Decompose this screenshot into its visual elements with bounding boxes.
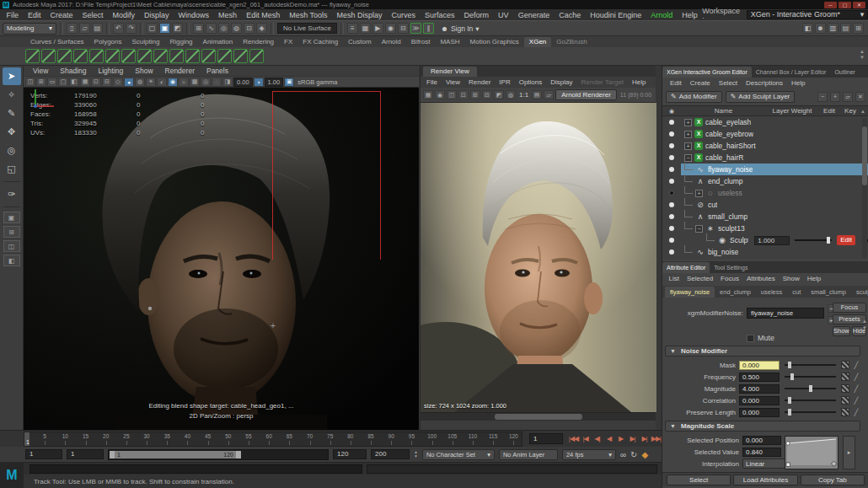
shelf-scroll-arrows[interactable]: ▲▼ bbox=[860, 49, 865, 60]
range-start-handle[interactable] bbox=[110, 451, 115, 459]
viewport-menu-lighting[interactable]: Lighting bbox=[92, 67, 129, 75]
xgen-freeze-tool-icon[interactable] bbox=[153, 49, 168, 63]
sign-in-button[interactable]: ☻ Sign In ▾ bbox=[441, 24, 480, 33]
play-forwards-icon[interactable]: ▶ bbox=[615, 433, 626, 444]
field-chart-icon[interactable]: ▦ bbox=[80, 78, 90, 87]
tree-row-content[interactable]: ∧end_clump bbox=[681, 175, 868, 187]
new-scene-icon[interactable]: ▯ bbox=[67, 23, 78, 34]
step-back-frame-icon[interactable]: ◀| bbox=[592, 433, 603, 444]
attr-menu-list[interactable]: List bbox=[665, 275, 683, 282]
xgen-snap-tool-icon[interactable] bbox=[73, 49, 88, 63]
visibility-cell[interactable] bbox=[662, 179, 681, 184]
snap-curve-icon[interactable]: ∿ bbox=[206, 23, 217, 34]
selected-value-field[interactable]: 0.840 bbox=[742, 448, 781, 457]
shelf-tab-bifrost[interactable]: Bifrost bbox=[406, 37, 436, 47]
isolate-select-icon[interactable]: ◌ bbox=[212, 78, 222, 87]
groom-menu-select[interactable]: Select bbox=[715, 79, 742, 87]
attr-menu-focus[interactable]: Focus bbox=[717, 275, 743, 282]
tree-row-cut[interactable]: ⊘cut bbox=[662, 199, 868, 211]
tree-row-cable-hairr[interactable]: −Xcable_hairR bbox=[662, 152, 868, 164]
multisample-aa-icon[interactable]: ▩ bbox=[190, 78, 200, 87]
tree-row-content[interactable]: ∿flyaway_noise bbox=[681, 164, 868, 175]
menu-set-dropdown[interactable]: Modeling ▾ bbox=[3, 23, 56, 35]
render-region-icon[interactable]: ⊡ bbox=[458, 90, 469, 99]
show-button[interactable]: Show bbox=[833, 326, 850, 336]
menu-mesh[interactable]: Mesh bbox=[214, 11, 242, 19]
paint-select-tool[interactable]: ✎ bbox=[3, 105, 21, 122]
visibility-cell[interactable] bbox=[662, 143, 681, 148]
texture-map-icon[interactable] bbox=[841, 408, 849, 416]
edit-button[interactable]: Edit bbox=[837, 235, 855, 245]
shelf-tab-fx[interactable]: FX bbox=[279, 37, 297, 47]
live-surface-field[interactable]: No Live Surface bbox=[277, 23, 337, 34]
menu-create[interactable]: Create bbox=[46, 11, 78, 19]
texture-map-icon[interactable] bbox=[841, 384, 849, 393]
shelf-tab-rendering[interactable]: Rendering bbox=[238, 37, 279, 47]
ramp-expand-button[interactable]: ▸ bbox=[843, 436, 855, 469]
render-view-tab[interactable]: Render View bbox=[423, 67, 477, 77]
select-tool[interactable]: ➤ bbox=[3, 67, 21, 85]
gamma-field[interactable]: 1.00 bbox=[265, 78, 284, 87]
node-name-field[interactable]: flyaway_noise bbox=[747, 308, 824, 319]
param-value-field[interactable]: 4.000 bbox=[739, 384, 780, 394]
shelf-tab-gozbrush[interactable]: GoZBrush bbox=[551, 37, 592, 47]
play-backwards-icon[interactable]: ◀ bbox=[603, 433, 614, 444]
node-tab-cut[interactable]: cut bbox=[787, 287, 806, 298]
tree-row-content[interactable]: ∿big_noise bbox=[681, 246, 868, 258]
exposure-field[interactable]: 0.00 bbox=[233, 78, 253, 87]
film-gate-icon[interactable]: ▭ bbox=[47, 78, 57, 87]
viewport-menu-view[interactable]: View bbox=[27, 67, 54, 75]
node-tab-flyaway-noise[interactable]: flyaway_noise bbox=[665, 287, 715, 298]
menu-modify[interactable]: Modify bbox=[108, 11, 140, 19]
keyable-icon[interactable]: ╱ bbox=[852, 397, 860, 405]
select-component-icon[interactable]: ◩ bbox=[172, 23, 183, 34]
shadows-toggle-icon[interactable]: ◐ bbox=[157, 78, 167, 87]
range-end-handle[interactable] bbox=[236, 451, 241, 459]
visibility-dot[interactable] bbox=[669, 179, 674, 184]
undo-icon[interactable]: ↶ bbox=[113, 23, 124, 34]
viewport-menu-panels[interactable]: Panels bbox=[201, 67, 234, 75]
save-scene-icon[interactable]: ▤ bbox=[92, 23, 103, 34]
xgen-mirror-tool-icon[interactable] bbox=[249, 49, 264, 63]
time-ruler[interactable]: 1 51015202530354045505560657075808590951… bbox=[24, 432, 522, 447]
render-view-hscrollbar[interactable] bbox=[421, 412, 656, 421]
tree-row-sculpt-layer-1[interactable]: ◉Sculpt Layer 11.000Edit bbox=[662, 234, 868, 246]
visibility-cell[interactable] bbox=[662, 155, 681, 160]
menu-edit-mesh[interactable]: Edit Mesh bbox=[242, 11, 285, 19]
tree-row-content[interactable]: ◉Sculpt Layer 11.000Edit bbox=[681, 234, 868, 246]
visibility-dot[interactable] bbox=[669, 167, 674, 172]
expand-all-icon[interactable]: + bbox=[830, 92, 840, 102]
tree-row-content[interactable]: −∗sculpt13 bbox=[681, 223, 868, 234]
attr-menu-show[interactable]: Show bbox=[779, 275, 803, 282]
xgen-noise-tool-icon[interactable] bbox=[121, 49, 136, 63]
menu-select[interactable]: Select bbox=[78, 11, 108, 19]
xgen-length-tool-icon[interactable] bbox=[89, 49, 104, 63]
visibility-cell[interactable] bbox=[662, 167, 681, 172]
renderview-menu-render[interactable]: Render bbox=[464, 78, 495, 86]
keyable-icon[interactable]: ╱ bbox=[852, 373, 860, 381]
tree-row-sculpt13[interactable]: −∗sculpt13 bbox=[662, 223, 868, 234]
param-slider[interactable] bbox=[785, 411, 836, 413]
focus-button[interactable]: Focus bbox=[833, 303, 866, 313]
renderview-menu-display[interactable]: Display bbox=[546, 78, 576, 86]
menu-arnold[interactable]: Arnold bbox=[646, 11, 678, 19]
snap-projected-center-icon[interactable]: ◍ bbox=[231, 23, 242, 34]
texture-map-icon[interactable] bbox=[841, 396, 849, 405]
tree-row-small-clump[interactable]: ∧small_clump bbox=[662, 211, 868, 223]
node-tab-sculpt13[interactable]: sculpt13 bbox=[851, 287, 868, 298]
tree-row-cable-eyebrow[interactable]: +Xcable_eyebrow bbox=[662, 128, 868, 140]
menu-edit[interactable]: Edit bbox=[24, 11, 46, 19]
viewport-menu-renderer[interactable]: Renderer bbox=[159, 67, 201, 75]
scrollbar-thumb[interactable] bbox=[495, 414, 582, 420]
node-tab-small-clump[interactable]: small_clump bbox=[806, 287, 851, 298]
shelf-tab-sculpting[interactable]: Sculpting bbox=[127, 37, 165, 47]
visibility-dot[interactable] bbox=[669, 190, 674, 196]
magnitude-ramp-widget[interactable] bbox=[785, 436, 839, 469]
menu-deform[interactable]: Deform bbox=[459, 11, 494, 19]
render-settings-icon[interactable]: ⊟ bbox=[398, 23, 409, 34]
tool-settings-toggle-icon[interactable]: ⊞ bbox=[853, 23, 864, 34]
snapshot-icon[interactable]: ◫ bbox=[447, 90, 457, 99]
open-render-view-icon[interactable]: ▦ bbox=[360, 23, 371, 34]
playback-loop-icon[interactable]: ∞ bbox=[620, 450, 626, 459]
ipr-render-icon[interactable]: ◉ bbox=[435, 90, 445, 99]
